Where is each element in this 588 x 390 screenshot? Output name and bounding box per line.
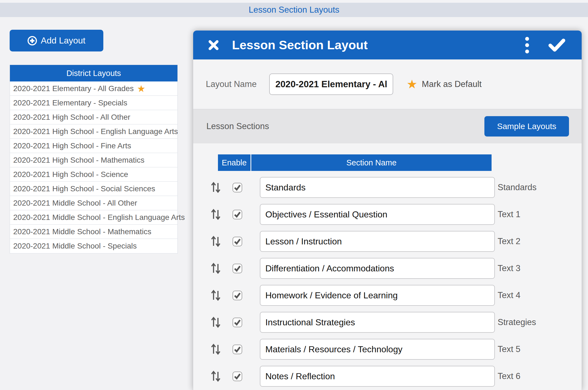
section-field-label: Strategies <box>498 317 536 327</box>
section-row: Text 2 <box>193 231 582 252</box>
enable-checkbox[interactable] <box>233 318 242 327</box>
reorder-handle[interactable] <box>211 181 221 193</box>
lesson-section-layout-modal: Lesson Section Layout Layout Name ★ Mark… <box>193 30 582 390</box>
enable-checkbox[interactable] <box>233 291 242 300</box>
up-down-arrows-icon <box>211 343 221 355</box>
section-name-input[interactable] <box>260 285 495 306</box>
section-field-label: Text 3 <box>498 263 520 273</box>
reorder-handle[interactable] <box>211 289 221 301</box>
section-row: Text 5 <box>193 339 582 360</box>
district-layout-name: 2020-2021 High School - Mathematics <box>13 156 144 165</box>
district-layout-name: 2020-2021 Middle School - All Other <box>13 199 137 208</box>
district-layout-name: 2020-2021 Middle School - Specials <box>13 242 137 250</box>
mark-default-star-icon[interactable]: ★ <box>406 78 417 90</box>
reorder-handle[interactable] <box>211 316 221 328</box>
section-field-label: Text 5 <box>498 344 520 354</box>
district-layout-item[interactable]: 2020-2021 Middle School - Mathematics ★ <box>10 225 177 239</box>
close-button[interactable] <box>207 39 220 51</box>
district-layout-name: 2020-2021 Elementary - All Grades <box>13 84 134 93</box>
enable-checkbox[interactable] <box>233 237 242 246</box>
section-field-label: Text 1 <box>498 209 520 219</box>
section-name-input[interactable] <box>260 177 495 198</box>
section-field-label: Text 6 <box>498 371 520 381</box>
reorder-handle[interactable] <box>211 343 221 355</box>
main-content: Add Layout District Layouts 2020-2021 El… <box>0 17 588 390</box>
enable-checkbox[interactable] <box>233 345 242 354</box>
enable-checkbox[interactable] <box>233 372 242 381</box>
district-layout-item[interactable]: 2020-2021 High School - English Language… <box>10 124 177 139</box>
district-layout-item[interactable]: 2020-2021 Elementary - Specials ★ <box>10 96 177 110</box>
up-down-arrows-icon <box>211 262 221 274</box>
up-down-arrows-icon <box>211 181 221 193</box>
reorder-handle[interactable] <box>211 262 221 274</box>
reorder-handle[interactable] <box>211 208 221 220</box>
district-layouts-header: District Layouts <box>10 65 177 81</box>
modal-title: Lesson Section Layout <box>232 38 368 52</box>
district-layout-name: 2020-2021 High School - Science <box>13 170 128 179</box>
up-down-arrows-icon <box>211 289 221 301</box>
enable-checkbox[interactable] <box>233 183 242 192</box>
up-down-arrows-icon <box>211 316 221 328</box>
district-layout-name: 2020-2021 High School - All Other <box>13 113 130 122</box>
district-layout-item[interactable]: 2020-2021 High School - Mathematics ★ <box>10 153 177 167</box>
sample-layouts-button[interactable]: Sample Layouts <box>484 116 569 137</box>
section-row: Standards <box>193 177 582 198</box>
section-row: Text 6 <box>193 366 582 387</box>
checkmark-icon <box>233 237 242 246</box>
district-layout-item[interactable]: 2020-2021 High School - All Other ★ <box>10 110 177 124</box>
section-name-input[interactable] <box>260 204 495 225</box>
checkmark-icon <box>233 372 242 381</box>
sections-table-header: Enable Section Name <box>218 154 582 171</box>
section-row: Strategies <box>193 312 582 333</box>
section-row: Text 4 <box>193 285 582 306</box>
page-title: Lesson Section Layouts <box>249 5 339 15</box>
enable-checkbox[interactable] <box>233 264 242 273</box>
district-layout-item[interactable]: 2020-2021 Middle School - All Other ★ <box>10 196 177 210</box>
window-chrome-strip <box>0 0 588 3</box>
section-field-label: Text 2 <box>498 236 520 246</box>
section-name-input[interactable] <box>260 366 495 387</box>
district-layout-item[interactable]: 2020-2021 High School - Fine Arts ★ <box>10 139 177 153</box>
layout-name-label: Layout Name <box>206 79 257 89</box>
lesson-sections-bar: Lesson Sections Sample Layouts <box>193 109 582 143</box>
add-layout-button[interactable]: Add Layout <box>10 30 103 51</box>
reorder-handle[interactable] <box>211 370 221 382</box>
add-layout-button-label: Add Layout <box>41 36 85 46</box>
mark-default-label: Mark as Default <box>422 79 482 89</box>
checkmark-icon <box>233 183 242 192</box>
section-row: Text 3 <box>193 258 582 279</box>
section-name-input[interactable] <box>260 258 495 279</box>
enable-column-header: Enable <box>218 154 250 171</box>
district-layout-item[interactable]: 2020-2021 High School - Social Sciences … <box>10 182 177 196</box>
district-layout-name: 2020-2021 Middle School - English Langua… <box>13 213 185 222</box>
district-layout-item[interactable]: 2020-2021 Middle School - English Langua… <box>10 210 177 225</box>
section-field-label: Text 4 <box>498 290 520 300</box>
lesson-sections-label: Lesson Sections <box>206 121 269 131</box>
district-layout-item[interactable]: 2020-2021 High School - Science ★ <box>10 167 177 182</box>
save-confirm-button[interactable] <box>548 38 566 52</box>
district-layout-name: 2020-2021 High School - English Language… <box>13 127 178 136</box>
page-title-bar: Lesson Section Layouts <box>0 3 588 17</box>
more-options-button[interactable] <box>522 37 533 53</box>
reorder-handle[interactable] <box>211 235 221 247</box>
district-layout-item[interactable]: 2020-2021 Elementary - All Grades ★ <box>10 81 177 96</box>
sections-rows: Standards <box>193 177 582 387</box>
checkmark-icon <box>233 345 242 354</box>
district-layout-name: 2020-2021 Elementary - Specials <box>13 99 127 107</box>
section-name-input[interactable] <box>260 339 495 360</box>
checkmark-icon <box>233 264 242 273</box>
sections-table-area: Enable Section Name <box>193 143 582 390</box>
check-icon <box>548 38 566 52</box>
enable-checkbox[interactable] <box>233 210 242 219</box>
modal-header: Lesson Section Layout <box>193 31 582 59</box>
default-star-icon: ★ <box>137 84 145 93</box>
section-field-label: Standards <box>498 182 536 192</box>
section-name-input[interactable] <box>260 231 495 252</box>
section-name-input[interactable] <box>260 312 495 333</box>
layout-name-input[interactable] <box>269 73 393 95</box>
checkmark-icon <box>233 210 242 219</box>
district-layout-item[interactable]: 2020-2021 Middle School - Specials ★ <box>10 239 177 253</box>
close-icon <box>208 40 219 51</box>
district-layouts-list: 2020-2021 Elementary - All Grades ★ 2020… <box>10 81 177 253</box>
district-layouts-header-label: District Layouts <box>66 69 121 78</box>
